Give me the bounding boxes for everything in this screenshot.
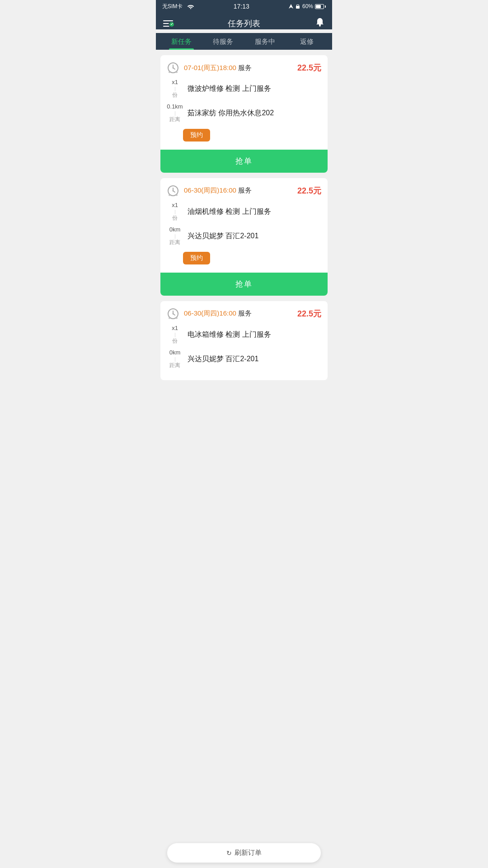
task-time-3: 06-30(周四)16:00 服务	[184, 309, 293, 318]
wifi-icon	[187, 4, 194, 9]
task-service-row-1: x1 份 微波炉维修 检测 上门服务	[167, 79, 321, 99]
check-badge	[169, 21, 175, 28]
clock-icon-2	[167, 184, 179, 197]
bell-button[interactable]	[315, 17, 325, 29]
price-2: 22.5元	[297, 185, 321, 196]
svg-point-0	[190, 8, 191, 9]
svg-point-14	[173, 190, 174, 191]
battery-percent: 60%	[302, 3, 313, 9]
page-title: 任务列表	[228, 18, 260, 29]
grab-button-1[interactable]: 抢单	[160, 150, 328, 173]
datetime-text-1: 07-01(周五)18:00	[184, 64, 236, 71]
address-3: 兴达贝妮梦 百汇2-201	[188, 354, 321, 364]
task-address-row-3: 0km 距离 兴达贝妮梦 百汇2-201	[167, 349, 321, 369]
service-name-3: 电冰箱维修 检测 上门服务	[188, 330, 321, 340]
tab-bar: 新任务 待服务 服务中 返修	[156, 33, 332, 50]
tab-new-tasks[interactable]: 新任务	[160, 33, 202, 50]
svg-point-8	[173, 67, 174, 69]
battery-icon	[315, 4, 326, 9]
svg-rect-2	[296, 6, 300, 9]
dist-col-3: 0km 距离	[167, 349, 183, 369]
task-time-1: 07-01(周五)18:00 服务	[184, 64, 293, 72]
task-list: 07-01(周五)18:00 服务 22.5元 x1 份 微波炉维修 检测 上门…	[156, 50, 332, 407]
grab-button-2[interactable]: 抢单	[160, 273, 328, 296]
status-bar: 无SIM卡 ⁠ 17:13 60%	[156, 0, 332, 13]
task-service-row-2: x1 份 油烟机维修 检测 上门服务	[167, 202, 321, 222]
service-word-1: 服务	[238, 64, 252, 71]
address-2: 兴达贝妮梦 百汇2-201	[188, 231, 321, 241]
app-header: 任务列表	[156, 13, 332, 29]
status-time: 17:13	[234, 3, 249, 10]
task-card-2: 06-30(周四)16:00 服务 22.5元 x1 份 油烟机维修 检测 上门…	[160, 178, 328, 296]
task-service-row-3: x1 份 电冰箱维修 检测 上门服务	[167, 325, 321, 344]
yuyue-button-2[interactable]: 预约	[183, 252, 210, 264]
svg-point-4	[319, 25, 321, 27]
dist-col-2: 0km 距离	[167, 226, 183, 246]
status-right: 60%	[289, 3, 326, 9]
location-arrow-icon	[289, 4, 293, 9]
dist-col-1: 0.1km 距离	[167, 103, 183, 123]
lock-icon	[295, 4, 300, 9]
no-sim-text: 无SIM卡 ⁠	[162, 3, 184, 10]
address-1: 茹沫家纺 你用热水休息202	[188, 108, 321, 118]
service-name-2: 油烟机维修 检测 上门服务	[188, 207, 321, 217]
datetime-text-3: 06-30(周四)16:00	[184, 309, 236, 317]
tab-pending[interactable]: 待服务	[202, 33, 244, 50]
refresh-bar[interactable]: ↻ 刷新订单	[167, 843, 321, 863]
price-1: 22.5元	[297, 62, 321, 73]
tab-in-service[interactable]: 服务中	[244, 33, 286, 50]
refresh-icon: ↻	[226, 849, 232, 857]
task-header-row-3: 06-30(周四)16:00 服务 22.5元	[167, 307, 321, 320]
price-3: 22.5元	[297, 308, 321, 319]
service-word-3: 服务	[238, 309, 252, 317]
task-time-2: 06-30(周四)16:00 服务	[184, 186, 293, 195]
yuyue-button-1[interactable]: 预约	[183, 129, 210, 142]
task-header-row-1: 07-01(周五)18:00 服务 22.5元	[167, 61, 321, 74]
clock-icon-3	[167, 307, 179, 320]
task-address-row-2: 0km 距离 兴达贝妮梦 百汇2-201	[167, 226, 321, 246]
task-card-1: 07-01(周五)18:00 服务 22.5元 x1 份 微波炉维修 检测 上门…	[160, 55, 328, 173]
svg-marker-1	[289, 4, 293, 9]
refresh-label: 刷新订单	[235, 849, 262, 857]
svg-point-20	[173, 313, 174, 314]
task-header-row-2: 06-30(周四)16:00 服务 22.5元	[167, 184, 321, 197]
task-card-3: 06-30(周四)16:00 服务 22.5元 x1 份 电冰箱维修 检测 上门…	[160, 301, 328, 380]
clock-icon-1	[167, 61, 179, 74]
tab-return[interactable]: 返修	[286, 33, 328, 50]
datetime-text-2: 06-30(周四)16:00	[184, 186, 236, 194]
qty-col-2: x1 份	[167, 202, 183, 222]
menu-button[interactable]	[163, 20, 173, 27]
qty-col-1: x1 份	[167, 79, 183, 99]
status-left: 无SIM卡 ⁠	[162, 3, 194, 10]
task-address-row-1: 0.1km 距离 茹沫家纺 你用热水休息202	[167, 103, 321, 123]
service-word-2: 服务	[238, 186, 252, 194]
service-name-1: 微波炉维修 检测 上门服务	[188, 84, 321, 94]
qty-col-3: x1 份	[167, 325, 183, 344]
